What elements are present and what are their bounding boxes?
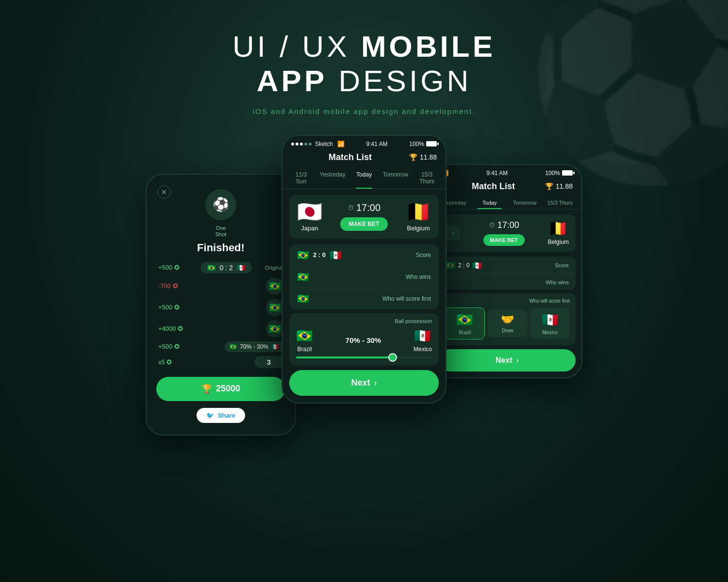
signal-dots: Sketch 📶 [291, 141, 345, 147]
right-match-time: ⏱ 17:00 [489, 220, 519, 230]
pct-pill: 🇧🇷 70% - 30% 🇲🇽 [225, 341, 283, 352]
team-japan: 🇯🇵 Japan [297, 202, 322, 232]
status-bar: Sketch 📶 9:41 AM 100% [282, 136, 446, 150]
bet-option-who-wins[interactable]: 🇧🇷 Who wins [289, 266, 439, 288]
right-tab-tomorrow[interactable]: Tomorrow [507, 196, 543, 209]
right-bet-options: 🇧🇷 2 : 0 🇲🇽 Score Who wins [439, 257, 576, 290]
bet-amount: +500 ✪ [158, 264, 187, 271]
tab-today[interactable]: Today [350, 167, 378, 189]
tab-tomorrow[interactable]: Tomorrow [378, 167, 414, 189]
possession-section: Ball possession 🇧🇷 Brazil 70% - 30% 🇲🇽 M… [289, 313, 439, 365]
bet-option-who-scores[interactable]: 🇧🇷 Who will score first [289, 288, 439, 309]
make-bet-button[interactable]: MAKE BET [340, 217, 388, 231]
right-phone-header: Match List 🏆 11.88 [433, 179, 581, 196]
balance-bar: 🏆 25000 [156, 377, 285, 401]
right-make-bet-button[interactable]: MAKE BET [483, 234, 525, 246]
phones-container: ✕ ⚽ One Shot Finished! +500 ✪ 🇧🇷 0 : 2 🇲… [0, 135, 728, 436]
coins-badge: 🏆 11.88 [409, 153, 437, 161]
right-flag-partial: 🇧🇷 [446, 261, 455, 270]
tabs-row: 11/3 Sun Yestreday Today Tomorrow 15/3 T… [282, 167, 446, 189]
dot [300, 143, 303, 146]
right-score-row[interactable]: 🇧🇷 2 : 0 🇲🇽 Score [439, 257, 576, 275]
right-tab-today[interactable]: Today [472, 196, 508, 209]
bet-original-label: Original [265, 265, 283, 271]
brazil-option[interactable]: 🇧🇷 Brazil [445, 307, 485, 340]
right-status-time: 9:41 AM [486, 170, 508, 177]
single-flag: 🇧🇷 [266, 320, 283, 338]
right-next-button[interactable]: Next › [439, 349, 576, 372]
right-score-left: 🇧🇷 2 : 0 🇲🇽 [446, 261, 482, 270]
who-scores-label: Who will score first [445, 298, 570, 304]
mexico-option[interactable]: 🇲🇽 Mexico [530, 308, 570, 339]
right-team-belgium: 🇧🇪 Belgium [548, 221, 569, 245]
status-time: 9:41 AM [366, 141, 387, 147]
bet-amount: x5 ✪ [158, 358, 187, 366]
right-coins-badge: 🏆 11.88 [545, 182, 573, 190]
who-scores-section: Who will score first 🇧🇷 Brazil 🤝 Draw 🇲🇽… [439, 293, 576, 345]
tab-yesterday[interactable]: Yestreday [315, 167, 350, 189]
right-mexico-flag-sm: 🇲🇽 [472, 261, 482, 270]
match-list-title: Match List [329, 152, 372, 162]
mexico-option-name: Mexico [542, 330, 558, 335]
phone-header: Match List 🏆 11.88 [282, 150, 446, 167]
twitter-icon: 🐦 [206, 412, 214, 419]
phone-middle: Sketch 📶 9:41 AM 100% Match List 🏆 11.88… [281, 135, 447, 404]
right-coins-value: 11.88 [556, 182, 573, 190]
right-match-center: ⏱ 17:00 MAKE BET [483, 220, 525, 246]
bet-option-left: 🇧🇷 2 : 0 🇲🇽 [297, 249, 342, 261]
mexico-flag-sm: 🇲🇽 [330, 249, 342, 261]
bet-amount: +500 ✪ [158, 343, 187, 350]
dot [296, 143, 298, 146]
finished-title: Finished! [156, 242, 285, 254]
dot [291, 143, 294, 146]
team-belgium: 🇧🇪 Belgium [406, 202, 431, 232]
match-card-row: 🇯🇵 Japan ⏱ 17:00 MAKE BET 🇧🇪 Belgium [297, 202, 431, 232]
right-match-list-title: Match List [472, 181, 515, 192]
who-score-first-label: Who will score first [382, 295, 431, 302]
slider-fill [296, 356, 391, 358]
multiplier-pill: 3 [254, 356, 283, 368]
right-who-wins-row[interactable]: Who wins [439, 275, 576, 290]
possession-label: Ball possession [296, 318, 432, 324]
tab-11-3-sun[interactable]: 11/3 Sun [287, 167, 315, 189]
next-button[interactable]: Next › [289, 370, 439, 396]
right-coins-icon: 🏆 [545, 182, 553, 190]
mexico-possession: 🇲🇽 Mexico [414, 328, 432, 353]
brazil-flag-lg: 🇧🇷 [296, 328, 313, 344]
bet-amount: -700 ✪ [158, 282, 187, 290]
brazil-option-flag: 🇧🇷 [456, 312, 473, 328]
match-center: ⏱ 17:00 MAKE BET [340, 202, 388, 231]
close-button[interactable]: ✕ [157, 185, 171, 199]
phone-left: ✕ ⚽ One Shot Finished! +500 ✪ 🇧🇷 0 : 2 🇲… [146, 174, 296, 436]
right-match-card: › ⏱ 17:00 MAKE BET 🇧🇪 Belgium [439, 214, 576, 252]
phone-right: 📶 9:41 AM 100% Match List 🏆 11.88 Yestre… [432, 164, 582, 378]
page-subtitle: iOS and Android mobile app design and de… [0, 107, 728, 115]
bet-option-score[interactable]: 🇧🇷 2 : 0 🇲🇽 Score [289, 244, 439, 266]
possession-slider[interactable] [296, 356, 432, 358]
share-button[interactable]: 🐦 Share [197, 408, 245, 423]
brazil-possession: 🇧🇷 Brazil [296, 328, 313, 353]
bet-row: +500 ✪ 🇧🇷 70% - 30% 🇲🇽 [158, 341, 283, 352]
tab-15-3-thurs[interactable]: 15/3 Thurs [413, 167, 441, 189]
right-who-wins-label: Who wins [546, 279, 569, 285]
bet-row: -700 ✪ 🇧🇷 [158, 277, 283, 295]
match-card: 🇯🇵 Japan ⏱ 17:00 MAKE BET 🇧🇪 Belgium [289, 195, 439, 239]
brazil-option-name: Brazil [459, 330, 471, 335]
logo-text: One Shot [156, 225, 285, 238]
score-value: 2 : 0 [313, 251, 326, 259]
wifi-icon: 📶 [337, 141, 345, 147]
right-belgium-flag: 🇧🇪 [548, 221, 568, 236]
right-tab-15-3[interactable]: 15/3 Thurs [543, 196, 578, 209]
brazil-flag-sm2: 🇧🇷 [297, 271, 309, 283]
who-wins-label: Who wins [406, 274, 431, 280]
status-bar-right: 📶 9:41 AM 100% [433, 165, 581, 179]
bet-option-left: 🇧🇷 [297, 293, 309, 305]
brazil-name-lg: Brazil [297, 346, 312, 353]
draw-icon: 🤝 [501, 313, 514, 326]
mexico-option-flag: 🇲🇽 [542, 312, 559, 328]
dot [304, 143, 307, 146]
japan-name: Japan [301, 225, 318, 232]
slider-thumb[interactable] [388, 353, 397, 362]
right-timer-icon: ⏱ [489, 222, 495, 229]
draw-option[interactable]: 🤝 Draw [488, 309, 527, 337]
